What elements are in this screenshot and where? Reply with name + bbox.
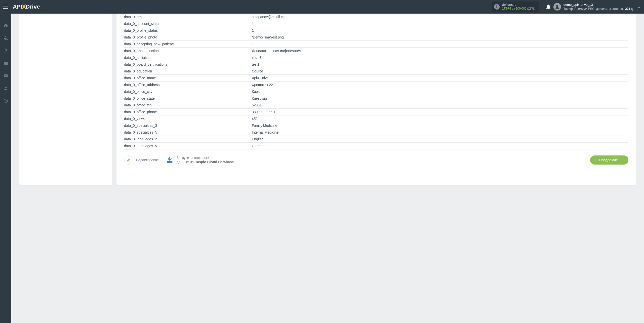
edit-button[interactable]: Редактировать [124, 155, 160, 165]
menu-button[interactable] [0, 0, 11, 14]
actions-row: Редактировать Загрузить тестовые данные … [124, 155, 628, 165]
load-label: Загрузить тестовые данные из Caspio Clou… [177, 156, 234, 165]
nav-connections[interactable] [0, 35, 11, 41]
field-value: test1 [252, 61, 628, 68]
logo-text-x: X [22, 3, 26, 11]
table-row: data_0_about_sectionДополнительная инфор… [124, 48, 628, 54]
field-key: data_0_languages_5 [124, 143, 252, 149]
home-icon [4, 23, 8, 28]
table-row: data_0_accepting_new_patients1 [124, 41, 628, 48]
field-value: 623513 [252, 102, 628, 109]
field-value: sstepanov@gmail.com [252, 14, 628, 20]
field-key: data_0_about_section [124, 48, 252, 54]
table-row: data_0_specialties_3Family Medicine [124, 122, 628, 129]
table-row: data_0_emailsstepanov@gmail.com [124, 14, 628, 20]
field-value: German [252, 143, 628, 149]
field-key: data_0_specialties_3 [124, 122, 252, 129]
nav-home[interactable] [0, 22, 11, 29]
logo[interactable]: APIXDrive [11, 0, 42, 14]
actions-text: Действия: 17'974 из 100'000 (18%) [502, 3, 535, 11]
field-key: data_0_board_certifications [124, 61, 252, 68]
table-row: data_0_office_cityКиев [124, 88, 628, 95]
field-key: data_0_education [124, 68, 252, 75]
svg-point-4 [168, 162, 168, 162]
user-icon [555, 5, 559, 9]
hamburger-icon [3, 5, 8, 9]
table-row: data_0_office_nameApiX-Drive [124, 75, 628, 82]
help-icon [4, 99, 8, 103]
logo-text-api: API [13, 4, 22, 10]
nav-video[interactable] [0, 72, 11, 79]
field-key: data_0_account_status [124, 20, 252, 27]
field-key: data_0_office_state [124, 95, 252, 102]
bell-icon [546, 5, 550, 9]
user-tariff: Тариф |Премиум PRO| до оплаты осталось 2… [564, 7, 634, 11]
field-key: data_0_viewcount [124, 115, 252, 122]
briefcase-icon [4, 61, 8, 65]
sidebar [0, 14, 11, 323]
field-value: 452 [252, 115, 628, 122]
field-value: English [252, 136, 628, 143]
field-key: data_0_office_name [124, 75, 252, 82]
field-value: Киев [252, 88, 628, 95]
youtube-icon [4, 73, 8, 78]
header-caret[interactable] [637, 6, 640, 10]
table-row: data_0_languages_2English [124, 136, 628, 143]
load-test-data-button[interactable]: Загрузить тестовые данные из Caspio Clou… [166, 156, 234, 165]
field-key: data_0_affiliations [124, 54, 252, 61]
field-value: 1 [252, 41, 628, 48]
table-row: data_0_account_status1 [124, 20, 628, 27]
field-value: 380999999991 [252, 109, 628, 115]
field-key: data_0_profile_status [124, 27, 252, 34]
table-row: data_0_specialties_5Internal Medicine [124, 129, 628, 136]
table-row: data_0_affiliationsтест 3 [124, 54, 628, 61]
actions-label: Действия: [502, 3, 535, 7]
user-texts: demo_apix-drive_s3 Тариф |Премиум PRO| д… [564, 3, 634, 11]
table-row: data_0_profile_status1 [124, 27, 628, 34]
svg-point-1 [5, 87, 7, 88]
field-value: ApiX-Drive [252, 75, 628, 82]
nav-briefcase[interactable] [0, 60, 11, 66]
field-value: Family Medicine [252, 122, 628, 129]
page-content: data_0_emailsstepanov@gmail.comdata_0_ac… [11, 14, 644, 323]
table-row: data_0_viewcount452 [124, 115, 628, 122]
user-name: demo_apix-drive_s3 [564, 3, 634, 7]
dollar-icon [4, 48, 8, 53]
actions-counter[interactable]: i Действия: 17'974 из 100'000 (18%) [492, 2, 539, 12]
logo-text-drive: Drive [26, 4, 40, 10]
user-menu[interactable]: demo_apix-drive_s3 Тариф |Премиум PRO| д… [553, 3, 644, 11]
table-row: data_0_profile_photo/Demo/TimWest.png [124, 34, 628, 41]
field-key: data_0_specialties_5 [124, 129, 252, 136]
data-table: data_0_emailsstepanov@gmail.comdata_0_ac… [124, 14, 628, 149]
field-value: Хрещатик 221 [252, 82, 628, 88]
field-key: data_0_office_zip [124, 102, 252, 109]
info-icon: i [494, 4, 500, 10]
svg-point-5 [169, 162, 169, 162]
table-row: data_0_office_phone380999999991 [124, 109, 628, 115]
field-key: data_0_languages_2 [124, 136, 252, 143]
actions-total: 100'000 [516, 7, 526, 10]
top-header: APIXDrive i Действия: 17'974 из 100'000 … [0, 0, 644, 14]
actions-used: 17'974 [502, 7, 511, 10]
continue-button[interactable]: Продолжить [590, 155, 628, 165]
actions-pct: (18%) [527, 7, 535, 10]
field-value: тест 3 [252, 54, 628, 61]
table-row: data_0_office_zip623513 [124, 102, 628, 109]
notifications-button[interactable] [543, 5, 553, 9]
field-key: data_0_profile_photo [124, 34, 252, 41]
nav-help[interactable] [0, 98, 11, 104]
field-value: Cource [252, 68, 628, 75]
field-key: data_0_email [124, 14, 252, 20]
nav-billing[interactable] [0, 47, 11, 54]
nav-account[interactable] [0, 85, 11, 92]
table-row: data_0_office_addressХрещатик 221 [124, 82, 628, 88]
download-icon [166, 156, 174, 164]
field-value: 1 [252, 27, 628, 34]
field-key: data_0_office_city [124, 88, 252, 95]
field-value: Киевский [252, 95, 628, 102]
field-key: data_0_office_phone [124, 109, 252, 115]
table-row: data_0_educationCource [124, 68, 628, 75]
table-row: data_0_board_certificationstest1 [124, 61, 628, 68]
user-icon [4, 86, 8, 91]
left-panel [19, 14, 112, 185]
